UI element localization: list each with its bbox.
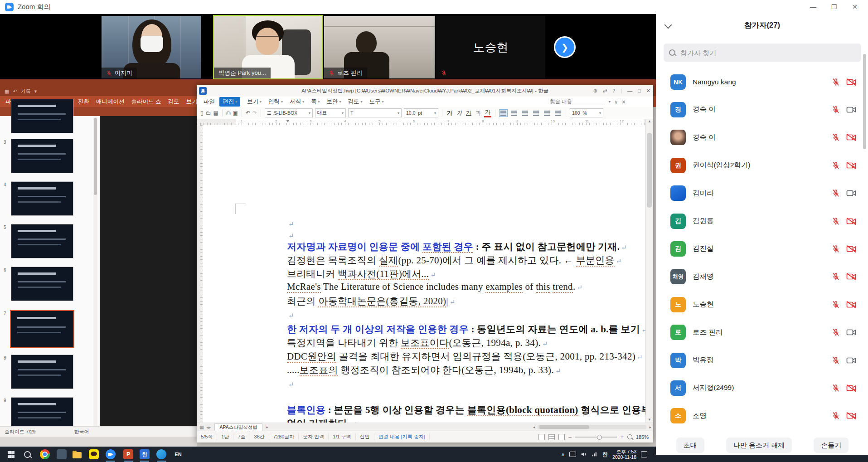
participant-row[interactable]: 박박유정 [656,346,868,374]
outline-button[interactable]: 과 [475,109,482,117]
view-mode-button-1[interactable] [548,434,555,440]
hwp-vertical-scrollbar[interactable]: ▲▼ [645,119,653,423]
taskbar-app-gray-icon[interactable] [55,448,68,461]
unmute-me-button[interactable]: 나만 음소거 해제 [726,438,792,453]
hwp-menu-보기[interactable]: 보기▾ [247,98,262,106]
ppt-language-indicator[interactable]: 한국어 [74,428,89,435]
underline-button[interactable]: 가 [465,109,472,117]
hwp-find-input[interactable] [549,98,605,105]
video-tile[interactable]: 이지미 [102,16,201,78]
tab-next-icon[interactable]: ▸ [209,424,211,430]
participant-row[interactable]: 권권이삭(임상2학기) [656,151,868,179]
align-button-2[interactable] [521,109,529,117]
italic-button[interactable]: 가 [456,109,463,117]
zoom-level[interactable]: 185% [636,434,649,440]
ppt-undo-icon[interactable]: ↶ [13,88,17,94]
undo-icon[interactable]: ↶ [246,110,250,116]
taskbar-hwp-icon[interactable]: 한 [138,448,151,461]
bold-button[interactable]: 가 [446,109,453,117]
hwp-document-page[interactable]: ↵↵저자명과 자료명이 인용문 중에 포함된 경우 : 주 표시 없이 참고문헌… [203,125,645,423]
line-spacing-dropdown[interactable]: 160 %▾ [570,108,603,117]
video-tile[interactable]: 박영준 Park you... [213,15,323,79]
notification-center-icon[interactable] [641,451,647,457]
ppt-menu-검토[interactable]: 검토 [168,98,179,106]
minimize-button[interactable]: — [803,0,824,14]
zoom-in-button[interactable]: + [621,434,624,440]
slide-thumbnail-5[interactable] [11,224,73,258]
hwp-horizontal-scrollbar[interactable]: ◂▸ [533,425,651,429]
slide-thumbnail-3[interactable] [11,139,73,173]
find-close-icon[interactable]: ✕ [621,99,626,105]
change-tracking-status[interactable]: 변경 내용 [기록 중지] [374,433,430,440]
document-tab[interactable]: APA스타일작성법 [214,423,262,431]
slide-thumbnail-2[interactable] [11,99,73,133]
hwp-menu-도구[interactable]: 도구▾ [369,98,384,106]
hwp-close-button[interactable]: ✕ [646,88,650,94]
ppt-save-icon[interactable]: ▦ [5,88,9,94]
tray-volume-icon[interactable] [581,451,587,457]
participant-row[interactable]: 로로즈 핀리 [656,319,868,346]
taskbar-zoom-app-icon[interactable] [104,448,117,461]
font-size-dropdown[interactable]: 10.0 pt▾ [404,108,438,117]
taskbar-powerpoint-icon[interactable]: P [122,448,135,461]
zoom-slider-knob[interactable] [597,435,602,440]
redo-icon[interactable]: ↷ [252,110,257,116]
hwp-help-icon[interactable]: ? [612,88,615,94]
participant-row[interactable]: 소소영 [656,402,868,430]
hwp-menu-입력[interactable]: 입력▾ [268,98,283,106]
maximize-button[interactable]: ❐ [824,0,844,14]
participant-row[interactable]: 김김원롱 [656,207,868,235]
font-color-button[interactable]: 가 [484,108,491,117]
participant-row[interactable]: 채영김채영 [656,263,868,291]
hwp-menu-서식[interactable]: 서식▾ [290,98,304,106]
video-tile[interactable]: 노승현 [436,16,545,78]
new-document-icon[interactable]: ▯ [200,110,204,116]
video-tile[interactable]: 로즈 핀리 [324,16,435,78]
tray-ime-indicator[interactable]: 한 [602,451,608,458]
zoom-out-button[interactable]: – [568,434,572,440]
taskbar-file-explorer-icon[interactable] [71,448,83,461]
taskbar-app-blue-icon[interactable] [155,448,168,461]
taskbar-start-button-icon[interactable] [5,448,17,461]
participant-search-input[interactable] [679,49,835,57]
tray-network-icon[interactable] [592,451,598,457]
zoom-slider[interactable] [575,437,617,438]
participant-row[interactable]: 경숙 이 [656,124,868,151]
slide-thumbnail-7[interactable] [10,310,74,348]
new-tab-button[interactable]: + [266,424,268,430]
tray-expand-icon[interactable]: ∧ [561,452,565,457]
participants-scrollbar[interactable] [863,50,866,449]
taskbar-chrome-icon[interactable] [39,448,51,461]
hwp-menu-검토[interactable]: 검토▾ [348,98,363,106]
participant-row[interactable]: 김미라 [656,180,868,207]
hwp-minimize-button[interactable]: — [627,88,632,94]
invite-button[interactable]: 초대 [676,438,704,453]
align-button-5[interactable] [553,109,562,117]
taskbar-kakaotalk-icon[interactable] [87,448,100,461]
view-mode-button-0[interactable] [538,434,545,440]
hwp-menu-보안[interactable]: 보안▾ [327,98,341,106]
hwp-menu-편집[interactable]: 편집▾ [219,97,240,107]
next-videos-button[interactable]: ❯ [554,36,576,58]
tab-list-icon[interactable]: ▦ [199,424,204,430]
tray-clock[interactable]: 오후 7:53 2020-11-18 [612,449,636,460]
ppt-menu-전환[interactable]: 전환 [78,98,89,106]
font-dropdown[interactable]: T▾ [348,108,402,117]
align-button-0[interactable] [499,109,508,117]
align-button-3[interactable] [532,109,540,117]
find-dropdown-icon[interactable]: ▾ [609,100,611,104]
ppt-record-dropdown-icon[interactable]: ▾ [34,88,37,94]
print-icon[interactable]: ⎙ [226,110,231,116]
view-mode-button-2[interactable] [558,434,565,440]
close-button[interactable]: ✕ [844,0,865,14]
open-document-icon[interactable]: 🗀 [206,110,211,116]
hwp-split-icon[interactable]: ⇄ [603,88,607,94]
hwp-menu-쪽[interactable]: 쪽▾ [311,98,320,106]
slide-thumbnail-8[interactable] [11,355,73,389]
style-dropdown[interactable]: ☰ .S-LIB-BOX▾ [265,108,313,117]
save-icon[interactable]: ▤ [213,110,218,116]
ppt-menu-애니메이션[interactable]: 애니메이션 [96,98,125,106]
ppt-menu-슬라이드 쇼[interactable]: 슬라이드 쇼 [131,98,161,106]
taskbar-ime-en-icon[interactable]: EN [172,448,184,461]
participant-row[interactable]: 노노승현 [656,291,868,318]
